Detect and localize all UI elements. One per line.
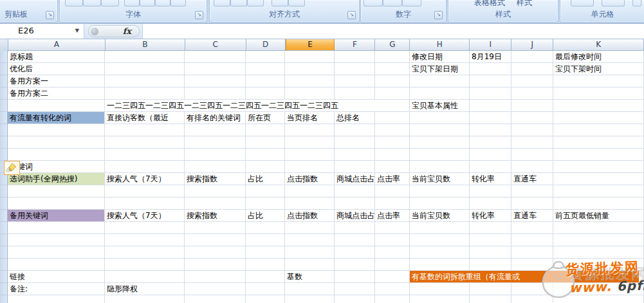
- cell-E16[interactable]: [285, 234, 335, 246]
- cell-E4[interactable]: [285, 87, 335, 100]
- cell-K10[interactable]: [553, 161, 644, 173]
- row-header[interactable]: [0, 136, 8, 149]
- cell-H1[interactable]: 修改日期: [410, 51, 470, 63]
- cell-A1[interactable]: 原标题: [8, 51, 105, 63]
- name-box-dropdown-icon[interactable]: ▼: [75, 28, 79, 33]
- column-header-H[interactable]: H: [410, 39, 470, 51]
- cell-G12[interactable]: [375, 185, 410, 197]
- cell-K9[interactable]: [553, 149, 644, 161]
- row-header[interactable]: [0, 234, 8, 246]
- column-header-C[interactable]: C: [185, 39, 246, 51]
- column-header-E[interactable]: E: [286, 39, 335, 51]
- cell-K13[interactable]: [553, 197, 644, 210]
- cell-C12[interactable]: [185, 185, 246, 197]
- cell-J9[interactable]: [511, 149, 553, 161]
- cell-G20[interactable]: [375, 283, 410, 295]
- cell-E13[interactable]: [285, 197, 335, 210]
- cell-A16[interactable]: [8, 234, 105, 246]
- cell-I1[interactable]: 8月19日: [470, 51, 511, 63]
- cell-K5[interactable]: [553, 100, 644, 112]
- row-header[interactable]: [0, 75, 8, 87]
- cell-G11[interactable]: 点击率: [375, 173, 410, 185]
- cell-H13[interactable]: [410, 197, 470, 210]
- cell-E2[interactable]: [285, 63, 335, 75]
- cell-I8[interactable]: [470, 136, 511, 149]
- cell-H2[interactable]: 宝贝下架日期: [410, 63, 470, 75]
- cell-A2[interactable]: 优化后: [8, 63, 105, 75]
- cell-C13[interactable]: [185, 197, 246, 210]
- cell-E12[interactable]: [285, 185, 335, 197]
- column-header-I[interactable]: I: [470, 39, 511, 51]
- row-header[interactable]: [0, 246, 8, 259]
- cell-C6[interactable]: 有排名的关键词: [185, 112, 246, 124]
- cell-C15[interactable]: [185, 222, 246, 234]
- cell-F19[interactable]: [335, 271, 375, 283]
- cell-I7[interactable]: [470, 124, 511, 136]
- brush-image[interactable]: [4, 161, 20, 175]
- cell-B6[interactable]: 直接访客数（最近: [105, 112, 185, 124]
- cell-H8[interactable]: [410, 136, 470, 149]
- cell-H4[interactable]: [410, 87, 470, 100]
- cell-B12[interactable]: [105, 185, 185, 197]
- cell-A19[interactable]: 链接: [8, 271, 105, 283]
- cell-J21[interactable]: [511, 295, 553, 303]
- row-header[interactable]: [0, 259, 8, 271]
- cell-H16[interactable]: [410, 234, 470, 246]
- dialog-launcher-icon[interactable]: ↘: [195, 11, 203, 19]
- cell-I17[interactable]: [470, 246, 511, 259]
- row-header[interactable]: [0, 149, 8, 161]
- cell-C7[interactable]: [185, 124, 246, 136]
- row-header[interactable]: [0, 295, 8, 303]
- cell-K21[interactable]: [553, 295, 644, 303]
- cell-G1[interactable]: [375, 51, 410, 63]
- cell-G8[interactable]: [375, 136, 410, 149]
- cell-F2[interactable]: [335, 63, 375, 75]
- column-header-B[interactable]: B: [106, 39, 185, 51]
- ribbon-button-fragment[interactable]: [170, 0, 186, 6]
- cell-K15[interactable]: [553, 222, 644, 234]
- cell-D11[interactable]: 占比: [246, 173, 285, 185]
- dialog-launcher-icon[interactable]: ↘: [434, 11, 443, 19]
- cell-C3[interactable]: [185, 75, 246, 87]
- cell-E14[interactable]: 点击指数: [285, 210, 335, 222]
- cell-A18[interactable]: [8, 259, 105, 271]
- cell-J8[interactable]: [511, 136, 553, 149]
- cell-J17[interactable]: [511, 246, 553, 259]
- cell-C18[interactable]: [185, 259, 246, 271]
- cell-C19[interactable]: [185, 271, 246, 283]
- cell-J11[interactable]: 直通车: [511, 173, 553, 185]
- cell-I15[interactable]: [470, 222, 511, 234]
- row-header[interactable]: [0, 112, 8, 124]
- ribbon-button-fragment[interactable]: [271, 0, 288, 6]
- ribbon-button-fragment[interactable]: [155, 0, 170, 6]
- cell-G21[interactable]: [375, 295, 410, 303]
- column-header-D[interactable]: D: [246, 39, 286, 51]
- cell-A21[interactable]: [8, 295, 105, 303]
- cell-D14[interactable]: 占比: [246, 210, 285, 222]
- row-header[interactable]: [0, 271, 8, 283]
- cell-K8[interactable]: [553, 136, 644, 149]
- cell-H20[interactable]: [410, 283, 470, 295]
- ribbon-button-fragment[interactable]: [83, 0, 101, 6]
- cell-D9[interactable]: [246, 149, 285, 161]
- cell-H6[interactable]: [410, 112, 470, 124]
- cell-D19[interactable]: [246, 271, 285, 283]
- cell-B1[interactable]: [105, 51, 185, 63]
- name-box[interactable]: E26 ▼: [0, 24, 84, 39]
- ribbon-button-fragment[interactable]: [247, 0, 264, 6]
- cell-I6[interactable]: [470, 112, 511, 124]
- row-header[interactable]: [0, 283, 8, 295]
- cell-B4[interactable]: [105, 87, 185, 100]
- column-header-J[interactable]: J: [511, 39, 553, 51]
- cell-F7[interactable]: [335, 124, 375, 136]
- cell-D21[interactable]: [246, 295, 285, 303]
- cell-K2[interactable]: 宝贝下架时间: [553, 63, 644, 75]
- cell-B11[interactable]: 搜索人气（7天）: [105, 173, 185, 185]
- cell-H3[interactable]: [410, 75, 470, 87]
- cell-D2[interactable]: [246, 63, 285, 75]
- cell-F1[interactable]: [335, 51, 375, 63]
- cell-I16[interactable]: [470, 234, 511, 246]
- cell-B19[interactable]: [105, 271, 185, 283]
- cell-F8[interactable]: [335, 136, 375, 149]
- cell-C10[interactable]: [185, 161, 246, 173]
